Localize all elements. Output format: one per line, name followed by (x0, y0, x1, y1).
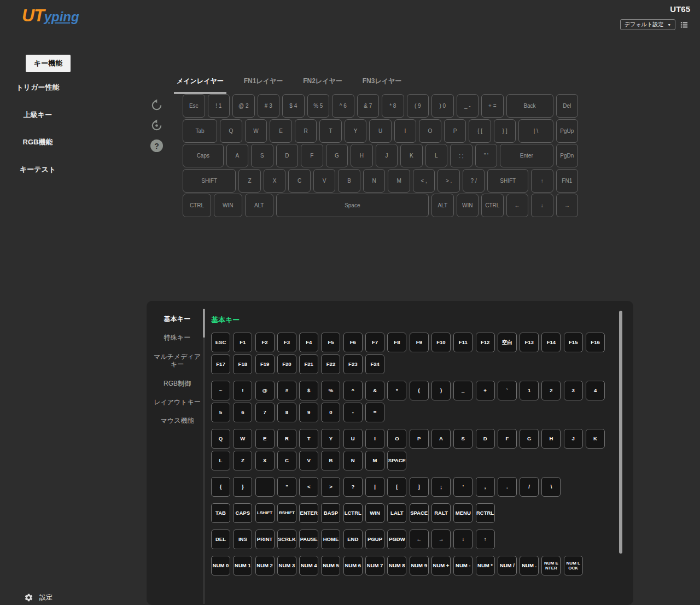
profile-dropdown[interactable]: デフォルト設定 ▼ (620, 19, 675, 30)
key[interactable]: CTRL (183, 194, 211, 217)
panel-key[interactable]: 9 (299, 403, 318, 422)
panel-key[interactable]: ^ (343, 381, 363, 400)
panel-key[interactable]: NUM 9 (410, 556, 429, 575)
panel-key[interactable]: F (498, 429, 517, 449)
panel-nav-item[interactable]: 基本キー (151, 315, 203, 323)
key[interactable]: O (419, 119, 441, 143)
panel-key[interactable]: F1 (233, 333, 252, 352)
panel-key[interactable]: \ (541, 477, 561, 497)
panel-key[interactable]: NUM - (453, 556, 472, 575)
panel-key[interactable]: 1 (520, 381, 539, 400)
panel-key[interactable]: O (387, 429, 406, 449)
key[interactable]: X (264, 169, 286, 193)
panel-key[interactable]: F23 (343, 354, 363, 374)
panel-key[interactable]: Q (211, 429, 230, 449)
panel-key[interactable]: F5 (321, 333, 340, 352)
panel-key[interactable]: I (365, 429, 384, 449)
panel-key[interactable]: ENTER (299, 503, 318, 523)
panel-key[interactable]: NUM L OCK (564, 556, 583, 575)
panel-key[interactable]: F17 (211, 354, 230, 374)
key[interactable]: I (394, 119, 417, 143)
panel-key[interactable]: _ (453, 381, 472, 400)
panel-key[interactable]: ( (410, 381, 429, 400)
panel-key[interactable]: ] (410, 477, 429, 497)
key[interactable]: Back (506, 94, 553, 118)
panel-key[interactable]: ← (410, 530, 429, 549)
key[interactable]: G (326, 144, 348, 167)
panel-key[interactable]: F18 (233, 354, 252, 374)
panel-key[interactable]: NUM * (476, 556, 495, 575)
panel-key[interactable]: DEL (211, 530, 230, 549)
profile-list-icon[interactable] (680, 21, 688, 28)
panel-key[interactable]: NUM 1 (233, 556, 252, 575)
key[interactable]: S (251, 144, 273, 167)
panel-key[interactable]: < (299, 477, 318, 497)
settings-label[interactable]: 設定 (39, 593, 52, 602)
key[interactable]: CTRL (481, 194, 504, 217)
panel-key[interactable] (255, 477, 275, 497)
key[interactable]: + = (481, 94, 504, 118)
key[interactable]: A (226, 144, 249, 167)
panel-key[interactable]: RALT (431, 503, 451, 523)
panel-key[interactable]: * (387, 381, 406, 400)
panel-key[interactable]: - (343, 403, 363, 422)
panel-key[interactable]: J (564, 429, 583, 449)
panel-key[interactable]: F9 (410, 333, 429, 352)
panel-key[interactable]: F7 (365, 333, 384, 352)
panel-nav-item[interactable]: レイアウトキー (151, 398, 203, 406)
panel-key[interactable]: F15 (564, 333, 583, 352)
key[interactable]: { [ (469, 119, 491, 143)
panel-key[interactable]: U (343, 429, 363, 449)
key[interactable]: ^ 6 (332, 94, 354, 118)
panel-key[interactable]: F3 (277, 333, 296, 352)
panel-key[interactable]: & (365, 381, 384, 400)
panel-key[interactable]: F12 (476, 333, 495, 352)
panel-key[interactable]: K (586, 429, 605, 449)
key[interactable]: ( 9 (407, 94, 429, 118)
panel-key[interactable]: W (233, 429, 252, 449)
panel-key[interactable]: = (365, 403, 384, 422)
panel-key[interactable]: 0 (321, 403, 340, 422)
panel-key[interactable]: F19 (255, 354, 275, 374)
key[interactable]: } ] (494, 119, 516, 143)
key[interactable]: $ 4 (282, 94, 305, 118)
key[interactable]: # 3 (258, 94, 280, 118)
panel-key[interactable]: RCTRL (476, 503, 495, 523)
key[interactable]: Space (276, 194, 429, 217)
panel-key[interactable]: NUM 5 (321, 556, 340, 575)
layer-tab[interactable]: FN1レイヤー (241, 77, 286, 94)
key[interactable]: B (338, 169, 360, 193)
panel-key[interactable]: NUM 7 (365, 556, 384, 575)
panel-key[interactable]: C (277, 451, 296, 470)
key[interactable]: M (388, 169, 410, 193)
panel-key[interactable]: E (255, 429, 275, 449)
panel-nav-item[interactable]: マウス機能 (151, 417, 203, 424)
key[interactable]: PgUp (556, 119, 579, 143)
reset-icon[interactable] (150, 119, 164, 132)
panel-key[interactable]: X (255, 451, 275, 470)
panel-key[interactable]: NUM 6 (343, 556, 363, 575)
panel-key[interactable]: ↑ (476, 530, 495, 549)
key[interactable]: Tab (183, 119, 217, 143)
key[interactable]: > . (438, 169, 460, 193)
panel-key[interactable]: [ (387, 477, 406, 497)
key[interactable]: ← (506, 194, 529, 217)
panel-key[interactable]: } (233, 477, 252, 497)
panel-key[interactable]: Z (233, 451, 252, 470)
key[interactable]: ALT (431, 194, 454, 217)
panel-key[interactable]: # (277, 381, 296, 400)
panel-key[interactable]: BASP (321, 503, 340, 523)
panel-key[interactable]: RSHIFT (277, 503, 296, 523)
panel-key[interactable]: ; (431, 477, 451, 497)
panel-key[interactable]: + (476, 381, 495, 400)
key[interactable]: WIN (214, 194, 242, 217)
panel-key[interactable]: HOME (321, 530, 340, 549)
key[interactable]: ALT (245, 194, 273, 217)
key[interactable]: ↑ (531, 169, 553, 193)
panel-key[interactable]: P (410, 429, 429, 449)
panel-key[interactable]: 6 (233, 403, 252, 422)
panel-key[interactable]: 2 (541, 381, 561, 400)
panel-key[interactable]: PAUSE (299, 530, 318, 549)
panel-key[interactable]: CAPS (233, 503, 252, 523)
sidebar-item[interactable]: キーテスト (0, 165, 75, 174)
